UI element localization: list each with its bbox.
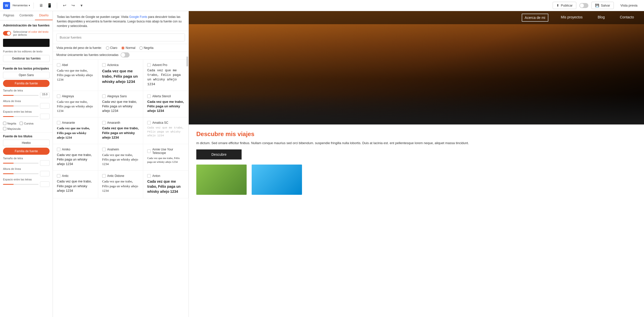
font-checkbox-14[interactable] (147, 174, 151, 178)
default-color-box[interactable] (3, 39, 50, 47)
titles-line-input[interactable] (40, 171, 50, 176)
font-checkbox-0[interactable] (57, 63, 60, 67)
publish-button[interactable]: ⬆ Publicar (553, 2, 576, 9)
font-card-amiko[interactable]: AmikoCada vez que me trabo, Félix paga u… (53, 144, 98, 171)
topbar-history-icons: ↩ ↪ ▾ (61, 2, 85, 9)
font-search-input[interactable] (56, 34, 185, 41)
color-toggle-link[interactable]: el color del texto (28, 30, 49, 33)
font-weight-row: Vista previa del peso de la fuente: Clar… (53, 44, 188, 52)
titles-size-input[interactable] (40, 160, 50, 166)
nav-links: Acerca de mi Mis proyectos Blog Contacto (522, 14, 636, 22)
titles-spacing-track[interactable] (3, 184, 39, 185)
tab-paginas[interactable]: Páginas (0, 11, 18, 20)
font-name-12: Antic (62, 174, 69, 178)
main-spacing-track[interactable] (3, 116, 39, 117)
herramientas-menu[interactable]: Herramientas ▾ (13, 4, 30, 7)
font-card-annie-use-your-telescope[interactable]: Annie Use Your TelescopeCada vez que me … (143, 144, 188, 171)
website-section-title: Descubre mis viajes (196, 131, 636, 138)
font-preview-7: Cada vez que me trabo, Félix paga un whi… (102, 126, 139, 140)
font-name-14: Anton (152, 174, 160, 178)
font-checkbox-6[interactable] (57, 121, 60, 124)
font-card-anton[interactable]: AntonCada vez que me trabo, Félix paga u… (143, 171, 188, 198)
nav-link-about[interactable]: Acerca de mi (522, 14, 548, 22)
mobile-icon[interactable]: 📱 (46, 2, 53, 9)
font-card-abel[interactable]: AbelCada vez que me trabo, Félix paga un… (53, 60, 98, 91)
preview-button[interactable]: Vista previa (617, 2, 641, 9)
font-card-amaranth[interactable]: AmaranthCada vez que me trabo, Félix pag… (98, 117, 143, 144)
font-checkbox-4[interactable] (102, 94, 106, 98)
font-card-antic-didone[interactable]: Antic DidoneCada vez que me trabo, Félix… (98, 171, 143, 198)
font-checkbox-2[interactable] (147, 63, 151, 67)
weight-negrita-label[interactable]: Negrita (139, 46, 154, 50)
font-card-advent-pro[interactable]: Advent ProCada vez que me trabo, Félix p… (143, 60, 188, 91)
main-fonts-title: Fuente de los textos principales (3, 67, 50, 70)
font-checkbox-11[interactable] (147, 149, 151, 153)
more-icon[interactable]: ▾ (78, 2, 85, 9)
nav-link-projects[interactable]: Mis proyectos (558, 14, 585, 22)
nav-link-blog[interactable]: Blog (595, 14, 607, 22)
titles-spacing-input[interactable] (40, 181, 50, 187)
weight-claro-radio[interactable] (106, 46, 109, 50)
main-negrita-checkbox[interactable]: Negrita (3, 122, 16, 125)
titles-line-track[interactable] (3, 173, 39, 174)
main-cursiva-checkbox[interactable]: Cursiva (20, 122, 33, 125)
weight-normal-radio[interactable] (121, 46, 125, 50)
font-list-scroll[interactable]: AbelCada vez que me trabo, Félix paga un… (53, 60, 188, 317)
desktop-icon[interactable]: 🖥 (37, 2, 45, 9)
font-card-amarante[interactable]: AmaranteCada vez que me trabo, Félix pag… (53, 117, 98, 144)
left-tabs: Páginas Contenido Diseño (0, 11, 53, 20)
font-name-0: Abel (62, 63, 68, 67)
font-checkbox-10[interactable] (102, 148, 106, 151)
main-font-family-button[interactable]: Familia de fuente (3, 80, 50, 87)
main-mayuscula-checkbox[interactable]: Mayúscula (3, 127, 21, 130)
font-checkbox-1[interactable] (102, 63, 106, 67)
undo-icon[interactable]: ↩ (61, 2, 68, 9)
font-checkbox-5[interactable] (147, 94, 151, 98)
main-line-track[interactable] (3, 106, 39, 106)
tab-diseno[interactable]: Diseño (35, 11, 53, 20)
font-checkbox-8[interactable] (147, 121, 151, 124)
font-preview-9: Cada vez que me trabo, Félix paga un whi… (57, 153, 94, 167)
font-card-antic[interactable]: AnticCada vez que me trabo, Félix paga u… (53, 171, 98, 198)
font-card-alegreya-sans[interactable]: Alegreya SansCada vez que me trabo, Féli… (98, 91, 143, 118)
font-card-alegreya[interactable]: AlegreyaCada vez que me trabo, Félix pag… (53, 91, 98, 118)
main-font-name: Open Sans (3, 72, 50, 78)
publish-toggle[interactable] (579, 3, 588, 8)
font-card-allerta-stencil[interactable]: Allerta StencilCada vez que me trabo, Fé… (143, 91, 188, 118)
font-name-8: Amatica SC (152, 121, 168, 124)
titles-font-family-button[interactable]: Familia de fuente (3, 148, 50, 155)
main-spacing-input[interactable] (40, 114, 50, 119)
font-checkbox-7[interactable] (102, 121, 106, 124)
font-card-amatica-sc[interactable]: Amatica SCCada vez que me trabo, Félix p… (143, 117, 188, 144)
main-size-slider: Tamaño de letra 15.0 (3, 89, 50, 98)
website-preview: Acerca de mi Mis proyectos Blog Contacto… (189, 11, 644, 317)
save-button[interactable]: 💾 Salvar (591, 2, 614, 9)
color-toggle-row: Seleccionar el color del texto por defec… (0, 29, 53, 38)
font-checkbox-3[interactable] (57, 94, 60, 98)
color-toggle[interactable] (3, 31, 11, 36)
font-search-bar (53, 31, 188, 44)
main-mayuscula-row: Mayúscula (3, 126, 50, 131)
tab-contenido[interactable]: Contenido (18, 11, 35, 20)
weight-negrita-radio[interactable] (139, 46, 143, 50)
titles-size-track[interactable] (3, 163, 39, 164)
website-nav: Acerca de mi Mis proyectos Blog Contacto (189, 11, 644, 24)
main-size-track[interactable] (3, 95, 39, 96)
descubre-button[interactable]: Descubre (196, 149, 242, 160)
google-fonts-link[interactable]: Google Fonts (129, 15, 147, 19)
weight-claro-label[interactable]: Claro (106, 46, 118, 50)
weight-normal-label[interactable]: Normal (121, 46, 135, 50)
font-checkbox-13[interactable] (102, 174, 106, 178)
image-placeholder-1 (196, 165, 247, 195)
manage-fonts-button[interactable]: Gestionar las fuentes (3, 55, 50, 62)
font-card-aclonica[interactable]: AclonicaCada vez que me trabo, Félix pag… (98, 60, 143, 91)
main-spacing-slider: Espacio entre las letras (3, 110, 50, 119)
redo-icon[interactable]: ↪ (69, 2, 77, 9)
main-line-input[interactable] (40, 103, 50, 109)
nav-link-contact[interactable]: Contacto (617, 14, 636, 22)
font-card-anaheim[interactable]: AnaheimCada vez que me trabo, Félix paga… (98, 144, 143, 171)
font-checkbox-9[interactable] (57, 148, 60, 151)
show-selected-toggle[interactable] (121, 52, 130, 57)
main-size-input[interactable]: 15.0 (40, 92, 50, 98)
font-checkbox-12[interactable] (57, 174, 60, 178)
